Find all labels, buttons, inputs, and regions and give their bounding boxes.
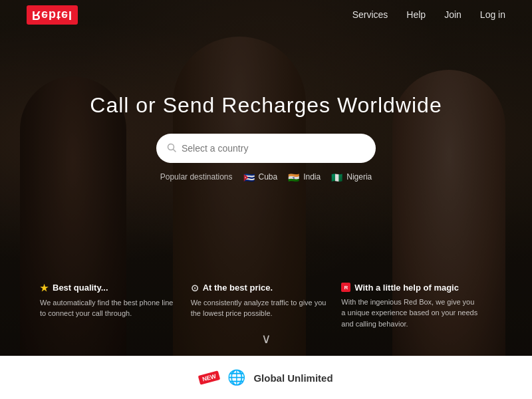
hero-section: Rebtel Services Help Join Log in Call or…: [0, 0, 532, 356]
red-box-icon: R: [341, 283, 350, 292]
cuba-flag: 🇨🇺: [243, 173, 255, 181]
india-label: India: [303, 172, 321, 182]
feature-price-title: ⊙ At the best price.: [191, 283, 329, 293]
india-flag: 🇮🇳: [288, 173, 300, 181]
country-search-input[interactable]: [182, 143, 365, 154]
feature-quality-desc: We automatically find the best phone lin…: [40, 297, 178, 319]
search-bar[interactable]: [156, 134, 376, 163]
feature-quality-title: ★ Best quality...: [40, 283, 178, 293]
nav-links: Services Help Join Log in: [352, 9, 505, 20]
popular-destinations-row: Popular destinations 🇨🇺 Cuba 🇮🇳 India 🇳🇬…: [160, 172, 372, 182]
star-icon: ★: [40, 283, 49, 293]
feature-best-quality: ★ Best quality... We automatically find …: [40, 283, 191, 330]
logo-wrap[interactable]: Rebtel: [27, 5, 78, 25]
nigeria-label: Nigeria: [346, 172, 372, 182]
feature-magic: R With a little help of magic With the i…: [341, 283, 492, 330]
scroll-down-arrow[interactable]: ∨: [261, 331, 271, 346]
popular-label: Popular destinations: [160, 172, 233, 182]
help-link[interactable]: Help: [406, 9, 426, 20]
nigeria-flag: 🇳🇬: [331, 173, 343, 181]
destination-india[interactable]: 🇮🇳 India: [288, 172, 321, 182]
navbar: Rebtel Services Help Join Log in: [0, 0, 532, 29]
logo-box: Rebtel: [27, 5, 78, 25]
bottom-section: NEW 🌐 Global Unlimited: [0, 356, 532, 399]
feature-magic-desc: With the ingenious Red Box, we give you …: [341, 297, 479, 330]
services-link[interactable]: Services: [352, 9, 388, 20]
feature-price-desc: We consistently analyze traffic to give …: [191, 297, 329, 319]
login-link[interactable]: Log in: [480, 9, 505, 20]
feature-best-price: ⊙ At the best price. We consistently ana…: [191, 283, 342, 330]
cuba-label: Cuba: [259, 172, 278, 182]
join-link[interactable]: Join: [444, 9, 462, 20]
hero-title: Call or Send Recharges Worldwide: [90, 93, 442, 118]
search-icon: [167, 143, 176, 154]
feature-magic-title: R With a little help of magic: [341, 283, 479, 293]
global-label: Global Unlimited: [253, 372, 332, 384]
destination-nigeria[interactable]: 🇳🇬 Nigeria: [331, 172, 372, 182]
svg-line-1: [174, 149, 176, 152]
destination-cuba[interactable]: 🇨🇺 Cuba: [243, 172, 278, 182]
new-badge: NEW: [198, 370, 221, 385]
global-icon: 🌐: [227, 369, 245, 386]
clock-icon: ⊙: [191, 283, 199, 293]
logo-text: Rebtel: [32, 9, 72, 22]
